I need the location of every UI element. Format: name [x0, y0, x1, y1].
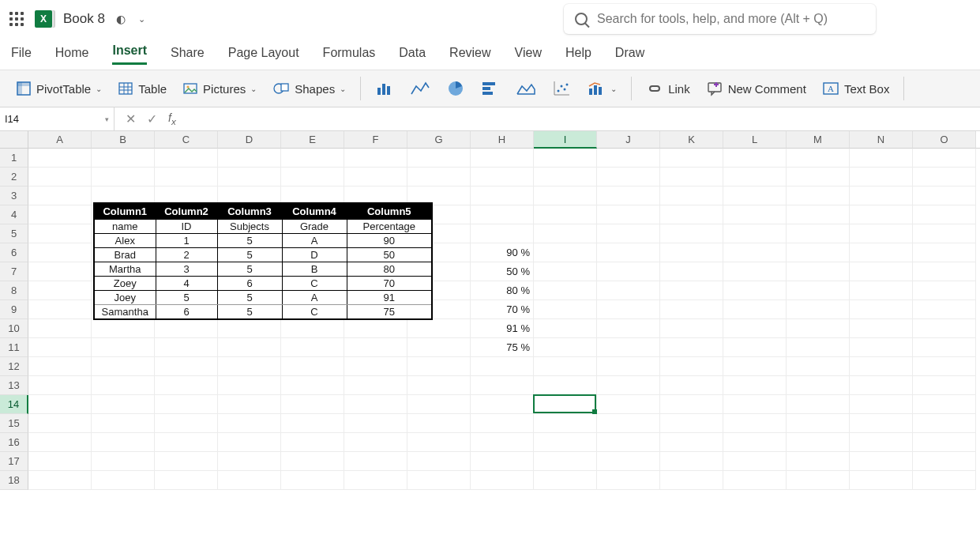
pictures-button[interactable]: Pictures ⌄ [176, 77, 263, 100]
cell-A7[interactable] [28, 262, 92, 281]
cell-N2[interactable] [850, 168, 913, 186]
formula-input[interactable] [187, 107, 980, 130]
cell-C11[interactable] [155, 338, 218, 357]
cell-O11[interactable] [913, 338, 976, 357]
row-header-11[interactable]: 11 [0, 338, 28, 357]
col-header-B[interactable]: B [92, 131, 155, 149]
tab-data[interactable]: Data [399, 46, 426, 65]
new-comment-button[interactable]: New Comment [700, 77, 813, 100]
cell-E12[interactable] [281, 357, 344, 376]
cell-D13[interactable] [218, 376, 281, 395]
cell-N4[interactable] [850, 205, 913, 224]
cell-O12[interactable] [913, 357, 976, 376]
cell-H15[interactable] [471, 414, 534, 433]
cell-L11[interactable] [723, 338, 787, 357]
cell-A18[interactable] [28, 471, 92, 490]
cell-M5[interactable] [787, 224, 850, 243]
cell-C1[interactable] [155, 149, 218, 168]
cell-J13[interactable] [597, 376, 660, 395]
cell-D16[interactable] [218, 433, 281, 452]
col-header-D[interactable]: D [218, 131, 281, 149]
cell-A16[interactable] [28, 433, 92, 452]
cell-G2[interactable] [407, 168, 471, 186]
cancel-icon[interactable]: ✕ [126, 111, 136, 126]
cell-N1[interactable] [850, 149, 913, 168]
cell-O4[interactable] [913, 205, 976, 224]
cell-A8[interactable] [28, 281, 92, 300]
cell-M7[interactable] [787, 262, 850, 281]
tab-formulas[interactable]: Formulas [323, 46, 376, 65]
cell-N13[interactable] [850, 376, 913, 395]
cell-N18[interactable] [850, 471, 913, 490]
cell-I13[interactable] [534, 376, 597, 395]
chevron-down-icon[interactable]: ▾ [105, 115, 109, 123]
column-chart-button[interactable] [369, 77, 400, 100]
cell-A15[interactable] [28, 414, 92, 433]
cell-K12[interactable] [660, 357, 723, 376]
cell-F15[interactable] [344, 414, 407, 433]
cell-F18[interactable] [344, 471, 407, 490]
cell-J4[interactable] [597, 205, 660, 224]
cell-J6[interactable] [597, 243, 660, 262]
cell-K8[interactable] [660, 281, 723, 300]
cell-I3[interactable] [534, 186, 597, 205]
col-header-C[interactable]: C [155, 131, 218, 149]
col-header-J[interactable]: J [597, 131, 660, 149]
tab-help[interactable]: Help [565, 46, 591, 65]
cell-N17[interactable] [850, 452, 913, 471]
cell-E16[interactable] [281, 433, 344, 452]
cell-N8[interactable] [850, 281, 913, 300]
cell-C15[interactable] [155, 414, 218, 433]
cell-J3[interactable] [597, 186, 660, 205]
cell-K1[interactable] [660, 149, 723, 168]
cell-H17[interactable] [471, 452, 534, 471]
confirm-icon[interactable]: ✓ [147, 111, 157, 126]
cell-M11[interactable] [787, 338, 850, 357]
col-header-H[interactable]: H [471, 131, 534, 149]
cell-M2[interactable] [787, 168, 850, 186]
cell-K16[interactable] [660, 433, 723, 452]
cell-C13[interactable] [155, 376, 218, 395]
document-title[interactable]: Book 8 [63, 11, 105, 27]
pivot-table-button[interactable]: PivotTable ⌄ [9, 77, 108, 100]
cell-I5[interactable] [534, 224, 597, 243]
search-input[interactable] [597, 12, 865, 26]
cell-K2[interactable] [660, 168, 723, 186]
cell-N7[interactable] [850, 262, 913, 281]
cell-H7[interactable]: 50 % [471, 262, 534, 281]
cell-O15[interactable] [913, 414, 976, 433]
cell-C18[interactable] [155, 471, 218, 490]
col-header-N[interactable]: N [850, 131, 913, 149]
cell-H18[interactable] [471, 471, 534, 490]
cell-B2[interactable] [92, 168, 155, 186]
cell-K10[interactable] [660, 319, 723, 338]
col-header-A[interactable]: A [28, 131, 92, 149]
cell-J7[interactable] [597, 262, 660, 281]
cell-A12[interactable] [28, 357, 92, 376]
cell-A17[interactable] [28, 452, 92, 471]
cell-G11[interactable] [407, 338, 471, 357]
cell-C17[interactable] [155, 452, 218, 471]
cell-E11[interactable] [281, 338, 344, 357]
cell-H6[interactable]: 90 % [471, 243, 534, 262]
cell-D11[interactable] [218, 338, 281, 357]
cell-M16[interactable] [787, 433, 850, 452]
cell-L16[interactable] [723, 433, 787, 452]
cell-J17[interactable] [597, 452, 660, 471]
cell-A3[interactable] [28, 186, 92, 205]
shapes-button[interactable]: Shapes ⌄ [266, 77, 352, 100]
row-header-13[interactable]: 13 [0, 376, 28, 395]
row-header-12[interactable]: 12 [0, 357, 28, 376]
cell-A14[interactable] [28, 395, 92, 414]
cell-H16[interactable] [471, 433, 534, 452]
cell-O17[interactable] [913, 452, 976, 471]
cell-H1[interactable] [471, 149, 534, 168]
cell-L6[interactable] [723, 243, 787, 262]
cell-F16[interactable] [344, 433, 407, 452]
row-header-5[interactable]: 5 [0, 224, 28, 243]
cell-O18[interactable] [913, 471, 976, 490]
tab-share[interactable]: Share [171, 46, 205, 65]
title-chevron-icon[interactable]: ⌄ [138, 14, 145, 24]
cell-F13[interactable] [344, 376, 407, 395]
cell-F12[interactable] [344, 357, 407, 376]
